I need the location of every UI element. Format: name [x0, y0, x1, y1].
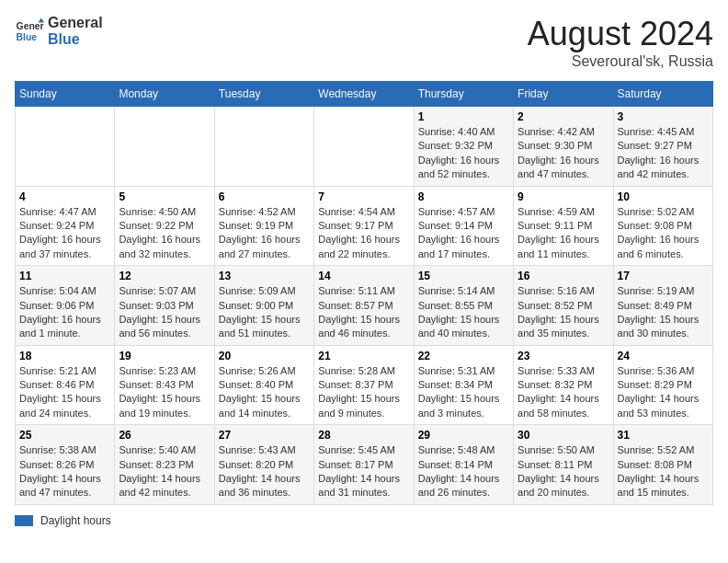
svg-marker-2 [39, 18, 44, 23]
day-info: Sunrise: 4:59 AM Sunset: 9:11 PM Dayligh… [518, 205, 609, 262]
day-number: 2 [518, 110, 609, 123]
calendar-week-row: 11Sunrise: 5:04 AM Sunset: 9:06 PM Dayli… [16, 266, 713, 346]
calendar-cell: 26Sunrise: 5:40 AM Sunset: 8:23 PM Dayli… [115, 425, 214, 505]
calendar-cell: 10Sunrise: 5:02 AM Sunset: 9:08 PM Dayli… [613, 186, 712, 266]
day-number: 28 [318, 429, 409, 442]
day-number: 6 [219, 190, 310, 203]
header-day: Sunday [16, 82, 115, 107]
day-info: Sunrise: 5:52 AM Sunset: 8:08 PM Dayligh… [618, 443, 709, 500]
day-number: 29 [418, 429, 509, 442]
calendar-body: 1Sunrise: 4:40 AM Sunset: 9:32 PM Daylig… [16, 107, 713, 505]
day-number: 14 [318, 270, 409, 282]
calendar-table: SundayMondayTuesdayWednesdayThursdayFrid… [15, 81, 713, 505]
day-info: Sunrise: 5:21 AM Sunset: 8:46 PM Dayligh… [19, 364, 110, 421]
day-number: 19 [119, 350, 210, 362]
day-number: 22 [418, 350, 509, 362]
day-info: Sunrise: 5:19 AM Sunset: 8:49 PM Dayligh… [618, 284, 709, 341]
calendar-cell: 3Sunrise: 4:45 AM Sunset: 9:27 PM Daylig… [613, 107, 712, 187]
day-info: Sunrise: 5:31 AM Sunset: 8:34 PM Dayligh… [418, 364, 509, 421]
day-info: Sunrise: 5:16 AM Sunset: 8:52 PM Dayligh… [518, 284, 609, 341]
day-info: Sunrise: 5:23 AM Sunset: 8:43 PM Dayligh… [119, 364, 210, 421]
day-number: 18 [19, 350, 110, 362]
calendar-cell: 29Sunrise: 5:48 AM Sunset: 8:14 PM Dayli… [414, 425, 513, 505]
calendar-cell: 21Sunrise: 5:28 AM Sunset: 8:37 PM Dayli… [314, 345, 414, 425]
day-info: Sunrise: 5:43 AM Sunset: 8:20 PM Dayligh… [219, 443, 310, 500]
calendar-cell: 9Sunrise: 4:59 AM Sunset: 9:11 PM Daylig… [514, 186, 613, 266]
calendar-cell [115, 107, 214, 187]
day-info: Sunrise: 4:40 AM Sunset: 9:32 PM Dayligh… [418, 125, 509, 182]
day-number: 10 [618, 190, 709, 203]
day-number: 15 [418, 270, 509, 282]
calendar-week-row: 1Sunrise: 4:40 AM Sunset: 9:32 PM Daylig… [16, 107, 713, 187]
day-info: Sunrise: 4:42 AM Sunset: 9:30 PM Dayligh… [518, 125, 609, 182]
page-header: General Blue General Blue August 2024 Se… [15, 15, 713, 70]
day-number: 11 [19, 270, 110, 282]
logo: General Blue General Blue [15, 15, 103, 49]
calendar-cell: 5Sunrise: 4:50 AM Sunset: 9:22 PM Daylig… [115, 186, 214, 266]
calendar-cell: 15Sunrise: 5:14 AM Sunset: 8:55 PM Dayli… [414, 266, 513, 346]
day-number: 5 [119, 190, 210, 203]
daylight-swatch [15, 515, 33, 526]
day-info: Sunrise: 5:48 AM Sunset: 8:14 PM Dayligh… [418, 443, 509, 500]
day-number: 21 [318, 350, 409, 362]
day-info: Sunrise: 5:36 AM Sunset: 8:29 PM Dayligh… [618, 364, 709, 421]
calendar-cell: 4Sunrise: 4:47 AM Sunset: 9:24 PM Daylig… [16, 186, 115, 266]
svg-text:Blue: Blue [17, 32, 38, 42]
daylight-label: Daylight hours [40, 514, 111, 527]
calendar-cell: 31Sunrise: 5:52 AM Sunset: 8:08 PM Dayli… [613, 425, 712, 505]
calendar-cell: 27Sunrise: 5:43 AM Sunset: 8:20 PM Dayli… [214, 425, 313, 505]
day-number: 20 [219, 350, 310, 362]
calendar-cell: 18Sunrise: 5:21 AM Sunset: 8:46 PM Dayli… [16, 345, 115, 425]
calendar-week-row: 25Sunrise: 5:38 AM Sunset: 8:26 PM Dayli… [16, 425, 713, 505]
calendar-cell: 22Sunrise: 5:31 AM Sunset: 8:34 PM Dayli… [414, 345, 513, 425]
day-info: Sunrise: 5:40 AM Sunset: 8:23 PM Dayligh… [119, 443, 210, 500]
day-number: 4 [19, 190, 110, 203]
logo-blue: Blue [48, 31, 103, 48]
calendar-cell: 24Sunrise: 5:36 AM Sunset: 8:29 PM Dayli… [613, 345, 712, 425]
day-info: Sunrise: 5:04 AM Sunset: 9:06 PM Dayligh… [19, 284, 110, 341]
day-info: Sunrise: 5:14 AM Sunset: 8:55 PM Dayligh… [418, 284, 509, 341]
calendar-cell: 14Sunrise: 5:11 AM Sunset: 8:57 PM Dayli… [314, 266, 414, 346]
calendar-cell: 28Sunrise: 5:45 AM Sunset: 8:17 PM Dayli… [314, 425, 414, 505]
footer: Daylight hours [15, 514, 713, 527]
day-number: 12 [119, 270, 210, 282]
header-row: SundayMondayTuesdayWednesdayThursdayFrid… [16, 82, 713, 107]
title-block: August 2024 Severoural'sk, Russia [528, 15, 713, 70]
day-number: 27 [219, 429, 310, 442]
day-number: 8 [418, 190, 509, 203]
day-info: Sunrise: 5:11 AM Sunset: 8:57 PM Dayligh… [318, 284, 409, 341]
calendar-week-row: 4Sunrise: 4:47 AM Sunset: 9:24 PM Daylig… [16, 186, 713, 266]
calendar-cell: 11Sunrise: 5:04 AM Sunset: 9:06 PM Dayli… [16, 266, 115, 346]
calendar-cell: 1Sunrise: 4:40 AM Sunset: 9:32 PM Daylig… [414, 107, 513, 187]
day-info: Sunrise: 5:02 AM Sunset: 9:08 PM Dayligh… [618, 205, 709, 262]
header-day: Wednesday [314, 82, 414, 107]
day-info: Sunrise: 5:45 AM Sunset: 8:17 PM Dayligh… [318, 443, 409, 500]
calendar-cell [16, 107, 115, 187]
calendar-cell: 12Sunrise: 5:07 AM Sunset: 9:03 PM Dayli… [115, 266, 214, 346]
calendar-cell [314, 107, 414, 187]
header-day: Thursday [414, 82, 513, 107]
calendar-cell: 16Sunrise: 5:16 AM Sunset: 8:52 PM Dayli… [514, 266, 613, 346]
calendar-cell: 23Sunrise: 5:33 AM Sunset: 8:32 PM Dayli… [514, 345, 613, 425]
day-info: Sunrise: 5:28 AM Sunset: 8:37 PM Dayligh… [318, 364, 409, 421]
day-number: 13 [219, 270, 310, 282]
calendar-cell: 19Sunrise: 5:23 AM Sunset: 8:43 PM Dayli… [115, 345, 214, 425]
logo-icon: General Blue [15, 17, 44, 46]
day-number: 7 [318, 190, 409, 203]
calendar-cell [214, 107, 313, 187]
calendar-header: SundayMondayTuesdayWednesdayThursdayFrid… [16, 82, 713, 107]
day-info: Sunrise: 4:45 AM Sunset: 9:27 PM Dayligh… [618, 125, 709, 182]
day-info: Sunrise: 5:33 AM Sunset: 8:32 PM Dayligh… [518, 364, 609, 421]
day-info: Sunrise: 4:54 AM Sunset: 9:17 PM Dayligh… [318, 205, 409, 262]
calendar-cell: 25Sunrise: 5:38 AM Sunset: 8:26 PM Dayli… [16, 425, 115, 505]
day-number: 30 [518, 429, 609, 442]
calendar-cell: 7Sunrise: 4:54 AM Sunset: 9:17 PM Daylig… [314, 186, 414, 266]
calendar-cell: 8Sunrise: 4:57 AM Sunset: 9:14 PM Daylig… [414, 186, 513, 266]
day-number: 25 [19, 429, 110, 442]
day-number: 3 [618, 110, 709, 123]
logo-general: General [48, 15, 103, 31]
day-number: 17 [618, 270, 709, 282]
day-info: Sunrise: 4:52 AM Sunset: 9:19 PM Dayligh… [219, 205, 310, 262]
calendar-week-row: 18Sunrise: 5:21 AM Sunset: 8:46 PM Dayli… [16, 345, 713, 425]
day-info: Sunrise: 4:57 AM Sunset: 9:14 PM Dayligh… [418, 205, 509, 262]
